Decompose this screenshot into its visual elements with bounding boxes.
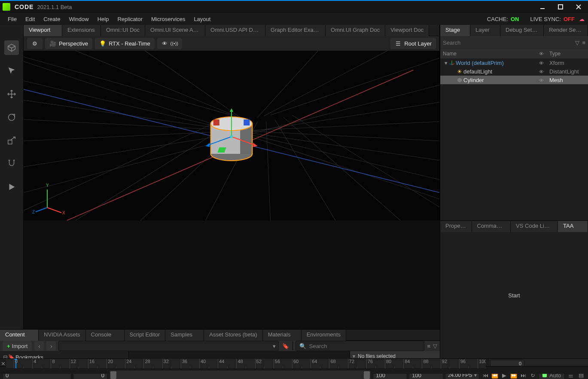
nav-back-button[interactable]: ‹	[34, 341, 44, 351]
light-icon: ☀	[456, 68, 463, 75]
tab-nvidia-assets[interactable]: NVIDIA Assets	[39, 330, 86, 341]
tab-render-sett-[interactable]: Render Sett…	[544, 25, 588, 36]
path-field[interactable]: ▾	[58, 341, 279, 351]
svg-rect-40	[244, 119, 250, 125]
tab-environments[interactable]: Environments	[302, 330, 346, 341]
visibility-toggle[interactable]	[536, 77, 547, 83]
list-options-icon[interactable]: ≡	[427, 343, 430, 349]
bulb-icon: 💡	[99, 40, 106, 47]
taa-start-button[interactable]: Start	[508, 292, 520, 299]
tab-console[interactable]: Console	[86, 330, 125, 341]
stage-row-defaultlight[interactable]: ☀ defaultLight DistantLight	[440, 67, 588, 76]
title-bar: CODE 2021.1.1 Beta	[0, 0, 588, 13]
content-search-input[interactable]	[309, 343, 420, 349]
stage-row-cylinder[interactable]: Cylinder Mesh	[440, 76, 588, 84]
app-icon	[3, 3, 10, 11]
cloud-icon[interactable]: ☁	[579, 16, 585, 22]
stage-tree[interactable]: ▾ World (defaultPrim) Xform ☀ defaultLig…	[440, 58, 588, 220]
svg-line-51	[449, 64, 452, 65]
move-tool-icon[interactable]	[4, 87, 19, 101]
tab-graph-editor-exam-[interactable]: Graph Editor Exam…	[265, 25, 326, 36]
tab-extensions[interactable]: Extensions	[62, 25, 101, 36]
tab-debug-setti-[interactable]: Debug Setti…	[500, 25, 544, 36]
minimize-button[interactable]	[538, 3, 547, 11]
stage-search-input[interactable]	[443, 40, 573, 46]
axes-icon	[448, 60, 456, 66]
gear-icon: ⚙	[31, 40, 38, 47]
stage-row-world-defaultprim-[interactable]: ▾ World (defaultPrim) Xform	[440, 58, 588, 67]
layers-icon: ☰	[395, 40, 402, 47]
renderer-selector[interactable]: 💡RTX - Real-Time	[95, 38, 155, 49]
maximize-button[interactable]	[556, 3, 565, 11]
tab-content[interactable]: Content	[0, 330, 39, 341]
scale-tool-icon[interactable]	[4, 133, 19, 148]
menu-help[interactable]: Help	[93, 14, 113, 24]
tab-script-editor[interactable]: Script Editor	[125, 330, 166, 341]
import-button[interactable]: +Import	[3, 341, 32, 351]
right-bottom-tabs: PropertyCommandsVS Code Lin…TAA	[440, 221, 588, 232]
rotate-tool-icon[interactable]	[4, 110, 19, 125]
menu-create[interactable]: Create	[39, 14, 64, 24]
svg-line-50	[452, 64, 454, 65]
timeline-range-slider[interactable]	[109, 370, 371, 379]
tab-commands[interactable]: Commands	[472, 221, 511, 232]
bookmark-icon[interactable]: 🔖	[281, 343, 290, 349]
nav-fwd-button[interactable]: ›	[46, 341, 56, 351]
audio-icon: ((•))	[171, 40, 178, 47]
tab-omni-ui-doc[interactable]: Omni::UI Doc	[101, 25, 145, 36]
svg-marker-36	[253, 143, 257, 147]
tab-property[interactable]: Property	[440, 221, 472, 232]
tab-layer[interactable]: Layer	[470, 25, 500, 36]
viewport-3d[interactable]: Y X Z	[24, 51, 439, 220]
tab-taa[interactable]: TAA	[558, 221, 588, 232]
tab-materials[interactable]: Materials	[263, 330, 302, 341]
visibility-toggle[interactable]	[536, 68, 547, 75]
tab-omni-ui-scene-api-[interactable]: Omni.UI Scene API…	[145, 25, 205, 36]
svg-line-18	[264, 51, 387, 116]
menu-microservices[interactable]: Microservices	[147, 14, 189, 24]
snap-tool-icon[interactable]	[4, 156, 19, 171]
content-tab-bar: ContentNVIDIA AssetsConsoleScript Editor…	[0, 330, 440, 341]
visibility-button[interactable]: 👁((•))	[157, 38, 182, 49]
svg-text:X: X	[62, 211, 65, 215]
tab-viewport[interactable]: Viewport	[24, 25, 62, 36]
menu-window[interactable]: Window	[64, 14, 93, 24]
svg-line-12	[283, 117, 400, 220]
stage-columns: Name Type	[440, 49, 588, 58]
menu-layout[interactable]: Layout	[189, 14, 215, 24]
tab-samples[interactable]: Samples	[165, 330, 204, 341]
visibility-toggle[interactable]	[536, 60, 547, 66]
select-tool-icon[interactable]	[4, 64, 19, 78]
close-button[interactable]	[574, 3, 583, 11]
tab-omni-ui-graph-doc[interactable]: Omni.UI Graph Doc	[326, 25, 385, 36]
tab-viewport-doc[interactable]: Viewport Doc	[385, 25, 429, 36]
tab-vs-code-lin-[interactable]: VS Code Lin…	[511, 221, 558, 232]
layer-selector[interactable]: ☰Root Layer	[390, 38, 436, 49]
cache-value: ON	[511, 16, 519, 22]
app-name: CODE	[15, 3, 34, 10]
chevron-down-icon: ▾	[273, 343, 276, 349]
cube-tool-icon[interactable]	[4, 40, 19, 55]
menu-edit[interactable]: Edit	[21, 14, 39, 24]
svg-marker-34	[230, 108, 233, 112]
svg-rect-5	[8, 140, 12, 144]
viewport-settings-button[interactable]: ⚙	[27, 38, 43, 49]
tab-asset-stores-beta-[interactable]: Asset Stores (beta)	[204, 330, 262, 341]
eye-icon: 👁	[161, 40, 168, 47]
search-icon: 🔍	[299, 343, 306, 349]
tree-expander-icon[interactable]: ▾	[444, 60, 448, 66]
visibility-column-icon	[539, 51, 544, 57]
center-tab-bar: ViewportExtensionsOmni::UI DocOmni.UI Sc…	[24, 25, 439, 36]
camera-selector[interactable]: 🎥Perspective	[45, 38, 92, 49]
filter-icon[interactable]: ▽	[433, 343, 437, 349]
tab-stage[interactable]: Stage	[440, 25, 470, 36]
menu-file[interactable]: File	[3, 14, 21, 24]
svg-line-13	[292, 115, 439, 220]
menu-replicator[interactable]: Replicator	[113, 14, 147, 24]
timeline-ruler[interactable]: 0481216202428323640444852566064687276808…	[6, 359, 486, 368]
options-icon[interactable]: ≡	[582, 40, 585, 46]
filter-icon[interactable]: ▽	[575, 40, 579, 46]
tab-omni-usd-api-doc-[interactable]: Omni.USD API Doc…	[205, 25, 265, 36]
play-tool-icon[interactable]	[4, 180, 19, 194]
axis-gizmo[interactable]: Y X Z	[32, 182, 67, 216]
